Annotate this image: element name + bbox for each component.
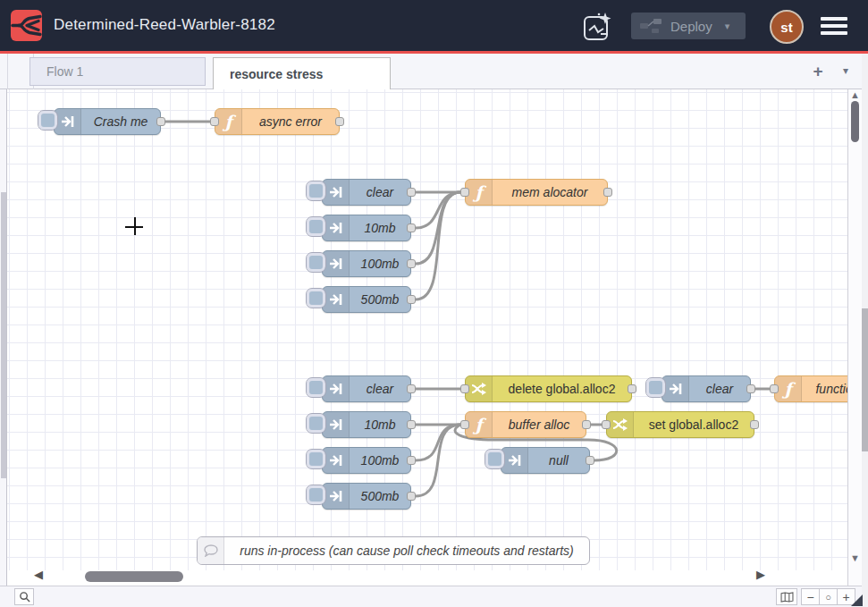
output-port[interactable]: [407, 223, 416, 232]
resize-grip[interactable]: [851, 594, 863, 606]
deploy-options-caret[interactable]: ▾: [725, 21, 730, 32]
scroll-up-arrow[interactable]: ▲: [850, 89, 860, 100]
scroll-left-arrow[interactable]: ◀: [34, 568, 43, 581]
main-menu-icon[interactable]: [821, 17, 847, 37]
scroll-right-arrow[interactable]: ▶: [756, 568, 765, 581]
inject-node-null[interactable]: null: [501, 447, 590, 474]
palette-scroll-thumb[interactable]: [1, 192, 6, 478]
comment-label: runs in-process (can cause poll check ti…: [224, 537, 589, 564]
inject-arrow-icon: [323, 287, 350, 312]
inject-button[interactable]: [307, 181, 325, 200]
inject-button[interactable]: [307, 217, 325, 236]
inject-node-clear-2[interactable]: clear: [322, 375, 411, 402]
inject-node-clear-3[interactable]: clear: [662, 375, 751, 402]
function-node-function[interactable]: ƒ function: [774, 375, 847, 402]
output-port[interactable]: [335, 117, 344, 126]
inject-button[interactable]: [38, 111, 57, 130]
inject-button[interactable]: [307, 485, 325, 504]
function-icon: ƒ: [466, 180, 493, 205]
inject-node-10mb[interactable]: 10mb: [322, 215, 411, 241]
inject-arrow-icon: [501, 448, 528, 473]
inject-node-clear[interactable]: clear: [322, 179, 411, 206]
output-port[interactable]: [407, 420, 416, 429]
horizontal-scroll-thumb[interactable]: [85, 571, 183, 582]
map-icon: [780, 592, 794, 603]
input-port[interactable]: [770, 384, 779, 393]
function-node-async-error[interactable]: ƒ async error: [215, 108, 340, 135]
output-port[interactable]: [156, 117, 165, 126]
input-port[interactable]: [460, 420, 469, 429]
inject-arrow-icon: [662, 376, 689, 401]
zoom-reset-button[interactable]: ○: [819, 588, 838, 605]
function-node-buffer-alloc[interactable]: ƒ buffer alloc: [465, 411, 586, 438]
output-port[interactable]: [407, 259, 416, 268]
inject-button[interactable]: [307, 378, 325, 397]
ai-assistant-icon[interactable]: [581, 11, 613, 43]
function-node-mem-alocator[interactable]: ƒ mem alocator: [465, 179, 608, 206]
node-label: delete global.alloc2: [493, 376, 631, 401]
deploy-button[interactable]: Deploy ▾: [631, 13, 746, 39]
comment-node[interactable]: runs in-process (can cause poll check ti…: [197, 536, 590, 565]
add-flow-button[interactable]: +: [807, 61, 829, 82]
wire-layer: [7, 89, 847, 586]
deploy-label: Deploy: [670, 19, 712, 34]
inject-button[interactable]: [646, 378, 665, 397]
flow-canvas[interactable]: Crash me ƒ async error clear 10mb 100mb: [7, 89, 847, 586]
minimap-button[interactable]: [776, 588, 797, 605]
scroll-down-arrow[interactable]: ▼: [850, 552, 860, 563]
change-shuffle-icon: [466, 376, 493, 401]
output-port[interactable]: [628, 384, 636, 393]
node-label: buffer alloc: [493, 412, 586, 437]
flow-list-button[interactable]: ▾: [837, 64, 855, 80]
output-port[interactable]: [750, 420, 759, 429]
node-label: mem alocator: [493, 180, 607, 205]
input-port[interactable]: [602, 420, 611, 429]
inject-arrow-icon: [323, 448, 350, 473]
flowfuse-logo-icon[interactable]: [11, 10, 42, 41]
inject-node-100mb-2[interactable]: 100mb: [322, 447, 411, 474]
input-port[interactable]: [460, 384, 469, 393]
inject-button[interactable]: [307, 414, 325, 433]
vertical-scrollbar[interactable]: ▲ ▼: [847, 89, 862, 586]
inject-node-crash-me[interactable]: Crash me: [54, 108, 161, 135]
inject-node-500mb-2[interactable]: 500mb: [322, 483, 411, 510]
output-port[interactable]: [407, 492, 416, 501]
inject-arrow-icon: [323, 215, 350, 240]
zoom-out-button[interactable]: −: [801, 588, 820, 605]
node-label: 10mb: [350, 215, 410, 240]
output-port[interactable]: [586, 456, 594, 465]
user-avatar[interactable]: st: [770, 10, 804, 44]
inject-button[interactable]: [307, 450, 325, 468]
output-port[interactable]: [407, 295, 416, 304]
change-node-delete-global-alloc2[interactable]: delete global.alloc2: [465, 375, 632, 402]
inject-button[interactable]: [307, 289, 325, 308]
output-port[interactable]: [407, 188, 416, 197]
inject-button[interactable]: [485, 450, 504, 468]
inject-arrow-icon: [323, 412, 350, 437]
node-label: 100mb: [350, 251, 410, 276]
header: Determined-Reed-Warbler-8182 Deploy ▾ st: [0, 0, 868, 54]
inject-node-100mb[interactable]: 100mb: [322, 250, 411, 277]
vertical-scroll-thumb[interactable]: [851, 101, 859, 142]
change-node-set-global-alloc2[interactable]: set global.alloc2: [606, 411, 754, 438]
input-port[interactable]: [210, 117, 219, 126]
inject-button[interactable]: [307, 253, 325, 272]
node-label: null: [528, 448, 589, 473]
inject-node-10mb-2[interactable]: 10mb: [322, 411, 411, 438]
input-port[interactable]: [460, 188, 469, 197]
flow-tab-bar: Flow 1 resource stress + ▾: [0, 54, 862, 89]
browser-scroll-thumb[interactable]: [862, 308, 868, 451]
node-label: clear: [350, 376, 410, 401]
tab-resource-stress[interactable]: resource stress: [213, 57, 391, 90]
output-port[interactable]: [582, 420, 591, 429]
output-port[interactable]: [407, 384, 416, 393]
inject-node-500mb[interactable]: 500mb: [322, 286, 411, 313]
output-port[interactable]: [603, 188, 612, 197]
output-port[interactable]: [407, 456, 416, 465]
tab-flow-1[interactable]: Flow 1: [29, 57, 206, 86]
search-button[interactable]: [14, 588, 34, 605]
tab-flow-1-label: Flow 1: [46, 64, 83, 79]
node-label: 500mb: [350, 287, 410, 312]
output-port[interactable]: [746, 384, 755, 393]
browser-scrollbar[interactable]: [862, 54, 868, 607]
